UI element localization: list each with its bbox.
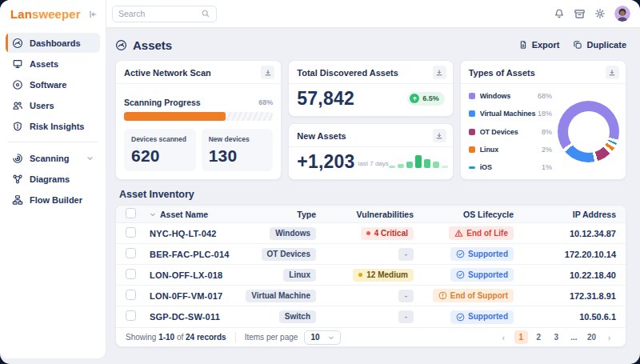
page-title: Assets [133,38,172,52]
trend-up-icon [410,94,419,103]
select-all-checkbox[interactable] [126,208,136,218]
type-badge: Windows [270,227,316,240]
row-checkbox[interactable] [126,290,136,300]
notifications-icon[interactable] [554,8,565,19]
sidebar-item-risk-insights[interactable]: Risk Insights [6,116,100,136]
ip-address: 172.31.8.91 [514,291,616,301]
table-row[interactable]: BER-FAC-PLC-014OT Devices-Supported172.2… [116,244,626,265]
next-page-button[interactable]: › [602,330,616,344]
diagrams-icon [12,174,23,185]
type-badge: Switch [279,310,316,323]
page-button-20[interactable]: 20 [585,330,598,344]
type-badge: Linux [283,269,316,282]
ip-address: 172.20.10.14 [514,250,616,259]
stat-box-new-devices: New devices130 [202,129,274,171]
new-assets-caption: last 7 days [358,160,389,167]
row-checkbox[interactable] [126,269,136,279]
col-vulnerabilities[interactable]: Vulnerabilities [316,210,414,219]
vulnerability-badge: - [398,310,414,323]
scanning-progress-label: Scanning Progress [124,98,201,107]
ip-address: 10.12.34.87 [514,229,616,238]
settings-icon[interactable] [594,8,606,19]
chevron-down-icon [86,155,94,161]
sidebar-item-assets[interactable]: Assets [6,54,100,74]
col-asset-name[interactable]: Asset Name [160,210,208,219]
stat-value: 130 [209,146,266,166]
duplicate-button[interactable]: Duplicate [573,40,626,50]
stat-label: New devices [209,135,266,143]
prev-page-button[interactable]: ‹ [497,330,510,344]
total-discovered-assets-card: Total Discovered Assets 57,842 6.5% [288,60,453,117]
sidebar-item-software[interactable]: Software [6,74,100,94]
download-icon[interactable] [261,66,274,79]
table-row[interactable]: SGP-DC-SW-011Switch-Supported10.50.6.1 [116,306,626,327]
table-row[interactable]: LON-OFF-LX-018Linux12 MediumSupported10.… [116,265,626,286]
asset-name: SGP-DC-SW-011 [150,312,228,322]
lifecycle-badge: End of Support [433,289,514,302]
page-button-2[interactable]: 2 [532,330,546,344]
bar [442,166,448,168]
lifecycle-badge: Supported [450,268,514,282]
table-row[interactable]: LON-0FF-VM-017Virtual Machine-End of Sup… [116,286,626,306]
total-assets-value: 57,842 [297,88,354,110]
download-icon[interactable] [433,66,446,79]
asset-name: NYC-HQ-LT-042 [150,229,228,238]
lifecycle-icon [456,250,465,258]
severity-dot [366,231,370,235]
page-button-3[interactable]: 3 [550,330,563,344]
export-button[interactable]: Export [518,40,560,50]
pagination-ellipsis[interactable]: ... [567,330,581,344]
page-button-1[interactable]: 1 [514,330,528,344]
col-type[interactable]: Type [228,210,316,219]
card-title: Active Network Scan [124,68,211,78]
sidebar-item-users[interactable]: Users [6,95,100,115]
logo-lan: Lan [10,7,32,21]
legend-color-marker [469,146,475,153]
col-os-lifecycle[interactable]: OS Lifecycle [414,210,514,219]
legend-label: OT Devices [480,128,518,136]
sidebar-item-scanning[interactable]: Scanning [6,148,100,168]
topbar: Search [106,0,640,28]
search-input[interactable]: Search [112,6,217,22]
table-row[interactable]: NYC-HQ-LT-042Windows4 CriticalEnd of Lif… [116,223,626,244]
sidebar-item-dashboards[interactable]: Dashboards [6,33,100,53]
row-checkbox[interactable] [126,248,136,258]
export-icon [518,40,528,50]
sidebar-collapse-icon[interactable] [88,10,98,19]
new-assets-bar-chart [389,155,448,168]
sidebar-item-label: Flow Builder [30,195,82,205]
legend-label: Virtual Machines... [480,110,536,118]
sidebar-item-diagrams[interactable]: Diagrams [6,169,100,189]
download-icon[interactable] [433,129,446,142]
lifecycle-badge: Supported [450,247,514,261]
user-avatar[interactable] [614,6,630,22]
table-footer: Showing 1-10 of 24 records Items per pag… [116,327,626,346]
sort-icon[interactable] [150,212,156,217]
legend-color-marker [469,129,475,135]
logo-sweeper: sweeper [32,7,81,21]
page-size-value: 10 [310,333,319,342]
duplicate-label: Duplicate [586,40,626,50]
sidebar-item-flow-builder[interactable]: Flow Builder [6,190,100,210]
new-assets-value: +1,203 [297,151,354,173]
asset-inventory-title: Asset Inventory [119,189,626,200]
archive-icon[interactable] [574,8,586,20]
card-title: New Assets [297,131,346,141]
row-checkbox[interactable] [126,227,136,238]
divider [235,332,236,342]
items-per-page-label: Items per page [245,333,298,342]
col-ip-address[interactable]: IP Address [514,210,616,219]
asset-name: LON-OFF-LX-018 [150,270,228,280]
page-size-select[interactable]: 10 [304,330,340,345]
search-placeholder: Search [118,9,145,18]
scanning-icon [12,153,23,164]
download-icon[interactable] [606,66,619,79]
legend-item-ot-devices: OT Devices8% [469,128,555,136]
app-window: Assets Export Duplicate Active Network S… [0,0,640,364]
legend-item-ios: iOS1% [469,163,555,171]
sidebar-item-label: Dashboards [30,38,81,48]
bar [433,162,439,168]
row-checkbox[interactable] [126,310,136,321]
legend-item-windows: Windows68% [469,92,555,100]
sidebar-item-label: Assets [30,59,58,69]
